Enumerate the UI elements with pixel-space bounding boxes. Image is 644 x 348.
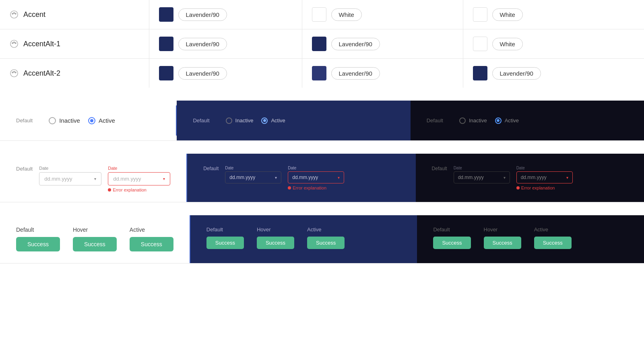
radio-inactive-label-1: Inactive [59, 117, 80, 124]
date-placeholder-5: dd.mm.yyyy [458, 175, 484, 180]
btn-hover-label-2: Hover [257, 227, 271, 233]
error-dot-1 [108, 188, 111, 192]
accent-alt2-chip-1: Lavender/90 [178, 67, 227, 80]
date-label-1: Date [39, 166, 101, 171]
date-input-wrap-6: Date dd.mm.yyyy ▾ Error explanation [516, 166, 573, 190]
accent-chip-2: White [331, 8, 362, 21]
date-panel-navy: Default Date dd.mm.yyyy ▾ Date dd.mm.yyy… [187, 154, 415, 202]
accent-alt1-chip-2: Lavender/90 [331, 38, 380, 50]
btn-success-default-1[interactable]: Success [16, 237, 60, 251]
chevron-down-6: ▾ [566, 175, 568, 180]
date-input-wrap-1: Date dd.mm.yyyy ▾ [39, 166, 101, 185]
svg-point-3 [15, 13, 16, 14]
btn-success-hover-1[interactable]: Success [73, 237, 117, 251]
radio-dot-3 [497, 119, 500, 122]
date-input-error-2[interactable]: dd.mm.yyyy ▾ [288, 171, 344, 183]
radio-inactive-3[interactable]: Inactive [459, 117, 487, 124]
btn-success-hover-3[interactable]: Success [484, 237, 521, 249]
date-panel-light: Default Date dd.mm.yyyy ▾ Date dd.mm.yyy… [0, 154, 186, 202]
radio-default-label-2: Default [193, 117, 209, 124]
radio-active-label-1: Active [99, 117, 115, 124]
btn-group-default-2: Default Success [206, 227, 244, 249]
btn-hover-label-3: Hover [484, 227, 498, 233]
accent-col1: Lavender/90 [159, 7, 292, 22]
radio-active-label-3: Active [505, 117, 519, 124]
section-gap-1 [0, 88, 644, 101]
button-section: Default Success Hover Success Active Suc… [0, 215, 644, 264]
date-input-error-3[interactable]: dd.mm.yyyy ▾ [516, 171, 573, 183]
btn-group-hover-3: Hover Success [484, 227, 521, 249]
accent-swatch-3 [473, 7, 487, 22]
radio-inactive-1[interactable]: Inactive [49, 117, 80, 124]
date-label-2: Date [108, 166, 170, 171]
btn-success-active-2[interactable]: Success [307, 237, 345, 249]
accent-alt1-chip-1: Lavender/90 [178, 38, 227, 50]
radio-group-1: Inactive Active [49, 117, 115, 124]
svg-point-5 [12, 43, 13, 44]
svg-point-0 [10, 11, 18, 18]
color-table: Accent Lavender/90 White White [0, 0, 644, 88]
btn-success-default-3[interactable]: Success [433, 237, 471, 249]
btn-success-active-3[interactable]: Success [534, 237, 572, 249]
accent-alt1-swatch-1 [159, 37, 173, 51]
date-label-4: Date [288, 166, 344, 170]
btn-group-default-3: Default Success [433, 227, 471, 249]
accent-alt1-chip-3: White [492, 38, 523, 50]
accent-alt2-col1: Lavender/90 [159, 66, 292, 80]
svg-point-6 [14, 42, 15, 43]
date-input-error-1[interactable]: dd.mm.yyyy ▾ [108, 172, 170, 185]
palette-icon-2 [10, 39, 19, 48]
date-placeholder-4: dd.mm.yyyy [292, 175, 318, 180]
palette-icon-3 [10, 69, 19, 78]
btn-success-hover-2[interactable]: Success [257, 237, 294, 249]
radio-section: Default Inactive Active Default Inactive [0, 101, 644, 141]
radio-active-1[interactable]: Active [88, 117, 115, 124]
accent-alt1-col1: Lavender/90 [159, 37, 292, 51]
radio-circle-active-1 [88, 117, 95, 124]
palette-icon [10, 10, 19, 19]
radio-circle-active-3 [495, 117, 502, 124]
radio-dot-1 [90, 119, 93, 122]
btn-success-default-2[interactable]: Success [206, 237, 244, 249]
accent-col2: White [312, 7, 453, 22]
radio-circle-active-2 [261, 117, 268, 124]
radio-active-2[interactable]: Active [261, 117, 285, 124]
accent-alt2-row-label: AccentAlt-2 [10, 69, 139, 78]
date-panel-dark: Default Date dd.mm.yyyy ▾ Date dd.mm.yyy… [416, 154, 644, 202]
section-gap-2 [0, 141, 644, 154]
date-input-2[interactable]: dd.mm.yyyy ▾ [225, 171, 281, 183]
btn-group-active-3: Active Success [534, 227, 572, 249]
radio-default-label-1: Default [16, 117, 33, 124]
date-input-wrap-2: Date dd.mm.yyyy ▾ Error explanation [108, 166, 170, 192]
radio-inactive-2[interactable]: Inactive [226, 117, 254, 124]
accent-swatch-1 [159, 7, 173, 22]
accent-alt2-swatch-3 [473, 66, 487, 80]
section-gap-3 [0, 202, 644, 215]
svg-point-9 [12, 72, 13, 73]
btn-panel-light: Default Success Hover Success Active Suc… [0, 215, 190, 263]
date-input-wrap-3: Date dd.mm.yyyy ▾ [225, 166, 281, 183]
btn-panel-navy: Default Success Hover Success Active Suc… [190, 215, 417, 263]
radio-circle-inactive-3 [459, 117, 466, 124]
btn-group-default-1: Default Success [16, 227, 60, 251]
date-input-1[interactable]: dd.mm.yyyy ▾ [39, 172, 101, 185]
svg-point-11 [15, 72, 16, 73]
radio-active-3[interactable]: Active [495, 117, 519, 124]
btn-group-active-1: Active Success [130, 227, 173, 251]
btn-active-label-1: Active [130, 227, 145, 233]
radio-circle-inactive-1 [49, 117, 56, 124]
accent-col3: White [473, 7, 635, 22]
accent-alt2-label: AccentAlt-2 [23, 69, 60, 78]
accent-chip-1: Lavender/90 [178, 8, 227, 21]
accent-alt1-label: AccentAlt-1 [23, 40, 60, 48]
btn-group-hover-1: Hover Success [73, 227, 117, 251]
radio-circle-inactive-2 [226, 117, 232, 124]
radio-panel-navy: Default Inactive Active [177, 101, 410, 140]
date-placeholder-6: dd.mm.yyyy [521, 175, 547, 180]
chevron-down-4: ▾ [338, 175, 340, 180]
error-text-1: Error explanation [108, 187, 170, 192]
btn-success-active-1[interactable]: Success [130, 237, 173, 251]
date-input-3[interactable]: dd.mm.yyyy ▾ [454, 171, 510, 183]
svg-point-2 [14, 12, 15, 14]
accent-label: Accent [23, 10, 45, 19]
